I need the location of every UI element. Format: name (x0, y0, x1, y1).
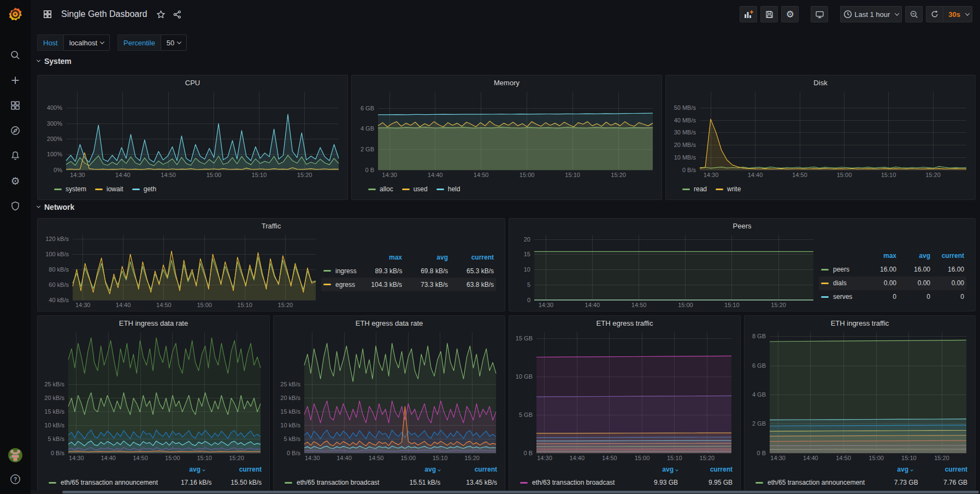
svg-text:10 GB: 10 GB (516, 373, 533, 380)
chevron-down-icon (100, 39, 104, 44)
chart-eth_egress_traffic[interactable]: 0 B5 GB10 GB15 GB14:3014:4014:5015:0015:… (512, 330, 737, 462)
svg-text:20 kB/s: 20 kB/s (44, 395, 64, 401)
svg-text:0 B/s: 0 B/s (682, 167, 696, 173)
series-color-dash (716, 189, 723, 190)
legend-item-write[interactable]: write (716, 185, 741, 193)
svg-text:400%: 400% (47, 104, 62, 111)
horizontal-scrollbar[interactable] (62, 491, 979, 493)
tv-kiosk-button[interactable] (811, 6, 828, 22)
legend-sort-avg[interactable]: avg (619, 466, 678, 473)
chart-memory[interactable]: 0 B2 GB4 GB6 GB14:3014:4014:5015:0015:10… (355, 90, 658, 179)
admin-shield-icon[interactable] (5, 199, 25, 213)
variable-percentile-label[interactable]: Percentile (117, 34, 161, 51)
svg-text:15:00: 15:00 (197, 302, 212, 308)
sidebar: ⚙ ? (0, 0, 31, 494)
legend-row-serves: serves000 (819, 290, 966, 304)
refresh-button[interactable] (926, 6, 943, 22)
legend-sort-current[interactable]: current (205, 466, 262, 473)
panel-title-eth_egress_rate[interactable]: ETH egress data rate (274, 316, 505, 330)
save-dashboard-button[interactable] (760, 6, 778, 22)
legend-sort-avg[interactable]: avg (854, 466, 913, 473)
legend-sort-max[interactable]: max (356, 254, 402, 261)
row-header-system[interactable]: System (37, 57, 72, 66)
search-icon[interactable] (5, 48, 25, 62)
legend-sort-current[interactable]: current (440, 466, 497, 473)
legend-item-egress[interactable]: egress (323, 281, 356, 289)
legend-sort-avg[interactable]: avg (402, 254, 448, 261)
svg-text:14:50: 14:50 (156, 302, 172, 308)
legend-item-iowait[interactable]: iowait (95, 185, 123, 193)
chart-eth_ingress_rate[interactable]: 0 B/s5 kB/s10 kB/s15 kB/s20 kB/s25 kB/s1… (41, 330, 266, 462)
legend-item-dials[interactable]: dials (821, 279, 863, 287)
legend-item-eth/65 transaction announcement[interactable]: eth/65 transaction announcement (755, 479, 865, 486)
legend-sort-avg[interactable]: avg (896, 252, 930, 260)
legend-item-serves[interactable]: serves (821, 293, 863, 301)
dashboard-title[interactable]: Single Geth Dasboard (61, 9, 147, 19)
panel-title-eth_ingress_traffic[interactable]: ETH ingress traffic (745, 316, 975, 330)
svg-text:10 kB/s: 10 kB/s (44, 422, 64, 428)
refresh-interval-dropdown[interactable]: 30s (943, 6, 972, 22)
svg-text:14:40: 14:40 (585, 302, 600, 308)
dashboards-icon[interactable] (5, 98, 25, 113)
chart-eth_egress_rate[interactable]: 0 B/s5 kB/s10 kB/s15 kB/s20 kB/s25 kB/s1… (277, 330, 501, 462)
legend-sort-avg[interactable]: avg (379, 466, 440, 473)
chart-eth_ingress_traffic[interactable]: 0 B2 GB4 GB6 GB8 GB14:3014:4014:5015:001… (748, 330, 972, 462)
legend-item-eth/65 transaction announcement[interactable]: eth/65 transaction announcement (49, 479, 158, 486)
legend-item-geth[interactable]: geth (132, 185, 156, 193)
help-icon[interactable]: ? (5, 472, 25, 486)
legend-sort-current[interactable]: current (448, 254, 494, 261)
svg-text:14:50: 14:50 (602, 455, 617, 461)
legend-item-peers[interactable]: peers (821, 266, 863, 273)
variable-percentile-value[interactable]: 50 (161, 34, 187, 51)
legend-eth_ingress_rate: avgcurrenteth/65 transaction announcemen… (49, 463, 262, 491)
svg-text:0 B/s: 0 B/s (287, 450, 301, 456)
user-avatar[interactable] (5, 448, 25, 462)
legend-item-read[interactable]: read (682, 185, 707, 193)
create-plus-icon[interactable] (5, 73, 25, 87)
legend-item-held[interactable]: held (436, 185, 461, 193)
legend-item-used[interactable]: used (402, 185, 428, 193)
variable-host-label[interactable]: Host (37, 34, 63, 51)
svg-text:15:00: 15:00 (837, 172, 852, 178)
legend-sort-avg[interactable]: avg (144, 466, 205, 473)
time-range-picker[interactable]: Last 1 hour (840, 6, 902, 22)
grafana-logo[interactable] (0, 0, 31, 28)
zoom-out-button[interactable] (905, 6, 923, 22)
legend-sort-current[interactable]: current (678, 466, 733, 473)
legend-label: eth/65 transaction announcement (768, 479, 865, 486)
configuration-gear-icon[interactable]: ⚙ (5, 174, 25, 188)
chevron-down-icon (965, 11, 970, 15)
row-header-network[interactable]: Network (37, 203, 74, 211)
legend-item-eth/63 transaction broadcast[interactable]: eth/63 transaction broadcast (520, 479, 619, 486)
dashboard-settings-button[interactable]: ⚙ (781, 6, 799, 22)
svg-text:25 kB/s: 25 kB/s (44, 381, 64, 387)
panel-title-peers[interactable]: Peers (509, 219, 975, 233)
variable-host-value[interactable]: localhost (63, 34, 110, 51)
svg-text:14:30: 14:30 (537, 455, 552, 461)
legend-item-ingress[interactable]: ingress (323, 267, 357, 275)
explore-compass-icon[interactable] (5, 124, 25, 138)
chart-cpu[interactable]: 0%100%200%300%400%14:3014:4014:5015:0015… (41, 90, 344, 179)
panel-title-traffic[interactable]: Traffic (38, 219, 505, 233)
chart-peers[interactable]: 0510152014:3014:4014:5015:0015:1015:20 (512, 233, 819, 309)
chart-disk[interactable]: 0 B/s10 MB/s20 MB/s30 MB/s40 MB/s50 MB/s… (669, 90, 972, 179)
panel-title-eth_ingress_rate[interactable]: ETH ingress data rate (38, 316, 269, 330)
panel-title-disk[interactable]: Disk (666, 75, 975, 90)
panel-title-eth_egress_traffic[interactable]: ETH egress traffic (509, 316, 740, 330)
svg-text:15:20: 15:20 (297, 172, 312, 178)
legend-sort-max[interactable]: max (863, 252, 896, 260)
panel-title-memory[interactable]: Memory (352, 75, 662, 90)
add-panel-button[interactable] (740, 6, 757, 22)
legend-row-dials: dials0.000.000.00 (819, 277, 966, 290)
star-icon[interactable] (152, 6, 169, 22)
alerting-bell-icon[interactable] (5, 149, 25, 163)
legend-item-eth/65 transaction broadcast[interactable]: eth/65 transaction broadcast (285, 479, 379, 486)
share-icon[interactable] (169, 6, 185, 22)
chart-traffic[interactable]: 40 kB/s60 kB/s80 kB/s100 kB/s120 kB/s14:… (41, 233, 321, 309)
legend-sort-current[interactable]: current (930, 252, 964, 260)
dashboard-grid-icon[interactable] (39, 6, 56, 22)
legend-item-alloc[interactable]: alloc (368, 185, 393, 193)
panel-title-cpu[interactable]: CPU (38, 75, 347, 90)
legend-sort-current[interactable]: current (913, 466, 967, 473)
legend-item-system[interactable]: system (54, 185, 86, 193)
